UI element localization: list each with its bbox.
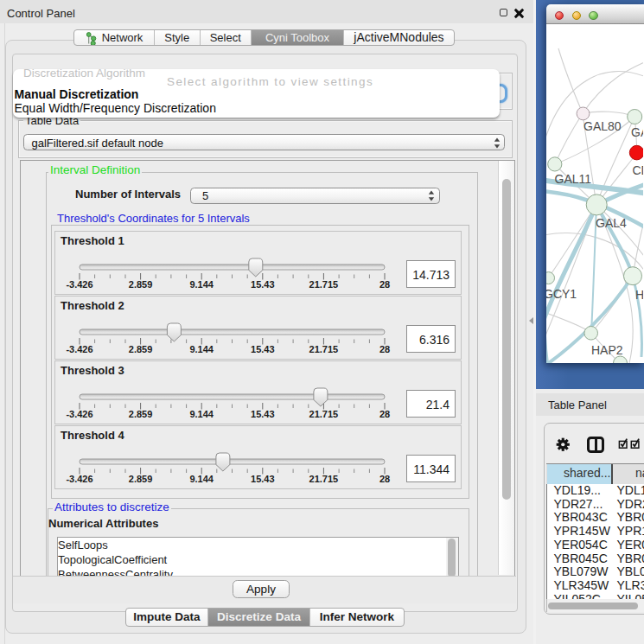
svg-text:HIS: HIS [635,288,643,302]
svg-text:GAL4: GAL4 [596,216,627,230]
svg-text:21.715: 21.715 [309,344,339,354]
svg-text:-3.426: -3.426 [66,409,92,419]
svg-text:9.144: 9.144 [189,409,214,419]
svg-text:21.715: 21.715 [309,474,339,484]
svg-text:21.715: 21.715 [309,409,339,419]
svg-text:9.144: 9.144 [189,279,214,290]
svg-text:-3.426: -3.426 [66,474,92,484]
svg-text:21.715: 21.715 [309,279,339,290]
svg-text:28: 28 [379,344,390,354]
svg-text:9.144: 9.144 [189,474,214,484]
svg-text:15.43: 15.43 [251,474,275,484]
svg-text:-3.426: -3.426 [66,279,92,290]
svg-text:15.43: 15.43 [251,409,275,419]
svg-text:9.144: 9.144 [189,344,214,354]
svg-text:GAL80: GAL80 [583,119,622,133]
svg-text:15.43: 15.43 [251,279,275,290]
svg-text:GAL11: GAL11 [555,172,592,186]
svg-text:28: 28 [379,474,390,484]
svg-text:2.859: 2.859 [129,474,153,484]
svg-text:28: 28 [379,409,390,419]
svg-text:2.859: 2.859 [129,409,153,419]
svg-text:2.859: 2.859 [129,279,153,290]
svg-text:-3.426: -3.426 [66,344,92,354]
svg-text:GCY1: GCY1 [546,287,577,301]
svg-text:CD: CD [633,163,644,177]
svg-text:28: 28 [379,279,390,290]
svg-text:HAP2: HAP2 [591,343,623,357]
svg-text:GAL2: GAL2 [631,125,643,139]
svg-text:2.859: 2.859 [129,344,153,354]
svg-text:15.43: 15.43 [251,344,275,354]
